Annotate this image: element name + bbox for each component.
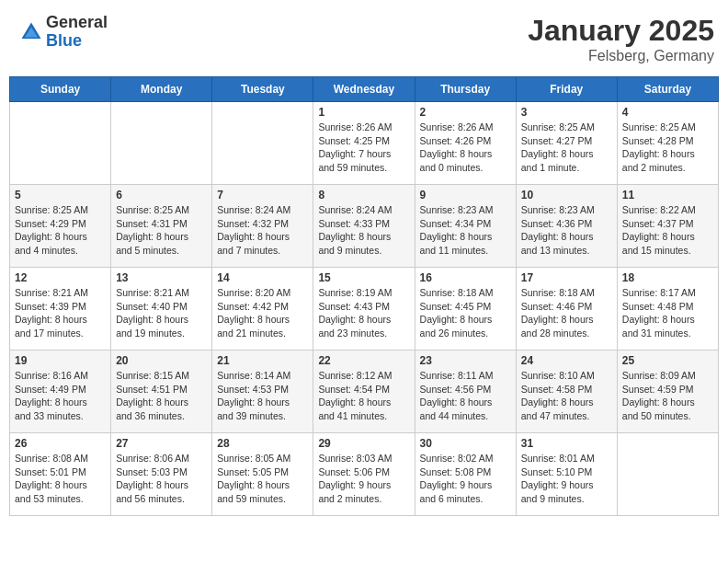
day-info: Sunrise: 8:25 AMSunset: 4:27 PMDaylight:… <box>521 121 612 175</box>
page-header: General Blue January 2025 Felsberg, Germ… <box>9 9 719 69</box>
day-info: Sunrise: 8:09 AMSunset: 4:59 PMDaylight:… <box>622 369 713 423</box>
calendar-cell: 6Sunrise: 8:25 AMSunset: 4:31 PMDaylight… <box>111 185 212 268</box>
day-info: Sunrise: 8:21 AMSunset: 4:40 PMDaylight:… <box>116 286 207 340</box>
logo-blue-text: Blue <box>46 32 108 51</box>
day-number: 4 <box>622 106 713 119</box>
day-number: 14 <box>217 271 308 284</box>
calendar-cell: 7Sunrise: 8:24 AMSunset: 4:32 PMDaylight… <box>212 185 313 268</box>
day-info: Sunrise: 8:12 AMSunset: 4:54 PMDaylight:… <box>318 369 409 423</box>
weekday-header: Monday <box>111 77 212 102</box>
logo-icon <box>18 19 44 45</box>
day-number: 26 <box>15 437 106 450</box>
day-info: Sunrise: 8:10 AMSunset: 4:58 PMDaylight:… <box>521 369 612 423</box>
day-info: Sunrise: 8:16 AMSunset: 4:49 PMDaylight:… <box>15 369 106 423</box>
weekday-header: Friday <box>516 77 617 102</box>
day-number: 29 <box>318 437 409 450</box>
calendar-cell <box>617 433 718 516</box>
calendar-week-row: 19Sunrise: 8:16 AMSunset: 4:49 PMDayligh… <box>10 350 719 433</box>
calendar-cell: 31Sunrise: 8:01 AMSunset: 5:10 PMDayligh… <box>516 433 617 516</box>
calendar-cell <box>111 102 212 185</box>
location-title: Felsberg, Germany <box>528 48 714 64</box>
day-number: 30 <box>420 437 511 450</box>
calendar-cell: 2Sunrise: 8:26 AMSunset: 4:26 PMDaylight… <box>415 102 516 185</box>
logo: General Blue <box>18 14 108 51</box>
day-number: 12 <box>15 271 106 284</box>
day-info: Sunrise: 8:23 AMSunset: 4:36 PMDaylight:… <box>521 203 612 258</box>
logo-text: General Blue <box>46 14 108 51</box>
day-number: 10 <box>521 189 612 201</box>
day-info: Sunrise: 8:24 AMSunset: 4:33 PMDaylight:… <box>318 203 409 258</box>
day-info: Sunrise: 8:18 AMSunset: 4:46 PMDaylight:… <box>521 286 612 340</box>
calendar-week-row: 5Sunrise: 8:25 AMSunset: 4:29 PMDaylight… <box>10 185 719 268</box>
calendar-cell: 4Sunrise: 8:25 AMSunset: 4:28 PMDaylight… <box>617 102 718 185</box>
calendar-cell: 1Sunrise: 8:26 AMSunset: 4:25 PMDaylight… <box>313 102 415 185</box>
day-number: 5 <box>15 189 106 201</box>
logo-general-text: General <box>46 14 108 32</box>
day-info: Sunrise: 8:25 AMSunset: 4:29 PMDaylight:… <box>15 203 106 258</box>
calendar-cell <box>212 102 313 185</box>
day-info: Sunrise: 8:26 AMSunset: 4:25 PMDaylight:… <box>318 121 409 175</box>
calendar-cell: 19Sunrise: 8:16 AMSunset: 4:49 PMDayligh… <box>10 350 111 433</box>
day-info: Sunrise: 8:05 AMSunset: 5:05 PMDaylight:… <box>217 452 308 506</box>
day-number: 25 <box>622 354 713 367</box>
calendar-cell: 24Sunrise: 8:10 AMSunset: 4:58 PMDayligh… <box>516 350 617 433</box>
day-number: 28 <box>217 437 308 450</box>
day-info: Sunrise: 8:24 AMSunset: 4:32 PMDaylight:… <box>217 203 308 258</box>
day-number: 9 <box>420 189 511 201</box>
calendar-table: SundayMondayTuesdayWednesdayThursdayFrid… <box>9 76 719 516</box>
weekday-header: Thursday <box>415 77 516 102</box>
calendar-cell: 16Sunrise: 8:18 AMSunset: 4:45 PMDayligh… <box>415 268 516 350</box>
calendar-cell: 12Sunrise: 8:21 AMSunset: 4:39 PMDayligh… <box>10 268 111 350</box>
day-info: Sunrise: 8:14 AMSunset: 4:53 PMDaylight:… <box>217 369 308 423</box>
calendar-week-row: 26Sunrise: 8:08 AMSunset: 5:01 PMDayligh… <box>10 433 719 516</box>
day-info: Sunrise: 8:19 AMSunset: 4:43 PMDaylight:… <box>318 286 409 340</box>
weekday-header: Saturday <box>617 77 718 102</box>
day-info: Sunrise: 8:08 AMSunset: 5:01 PMDaylight:… <box>15 452 106 506</box>
day-number: 15 <box>318 271 409 284</box>
calendar-week-row: 12Sunrise: 8:21 AMSunset: 4:39 PMDayligh… <box>10 268 719 350</box>
day-info: Sunrise: 8:11 AMSunset: 4:56 PMDaylight:… <box>420 369 511 423</box>
calendar-cell: 5Sunrise: 8:25 AMSunset: 4:29 PMDaylight… <box>10 185 111 268</box>
day-number: 31 <box>521 437 612 450</box>
day-number: 19 <box>15 354 106 367</box>
day-info: Sunrise: 8:03 AMSunset: 5:06 PMDaylight:… <box>318 452 409 506</box>
day-number: 27 <box>116 437 207 450</box>
day-number: 13 <box>116 271 207 284</box>
calendar-cell: 17Sunrise: 8:18 AMSunset: 4:46 PMDayligh… <box>516 268 617 350</box>
day-info: Sunrise: 8:02 AMSunset: 5:08 PMDaylight:… <box>420 452 511 506</box>
calendar-cell: 20Sunrise: 8:15 AMSunset: 4:51 PMDayligh… <box>111 350 212 433</box>
month-title: January 2025 <box>528 14 714 48</box>
calendar-cell: 27Sunrise: 8:06 AMSunset: 5:03 PMDayligh… <box>111 433 212 516</box>
day-info: Sunrise: 8:06 AMSunset: 5:03 PMDaylight:… <box>116 452 207 506</box>
day-number: 17 <box>521 271 612 284</box>
calendar-cell: 11Sunrise: 8:22 AMSunset: 4:37 PMDayligh… <box>617 185 718 268</box>
calendar-cell: 10Sunrise: 8:23 AMSunset: 4:36 PMDayligh… <box>516 185 617 268</box>
day-info: Sunrise: 8:20 AMSunset: 4:42 PMDaylight:… <box>217 286 308 340</box>
day-info: Sunrise: 8:22 AMSunset: 4:37 PMDaylight:… <box>622 203 713 258</box>
weekday-header: Wednesday <box>313 77 415 102</box>
day-info: Sunrise: 8:17 AMSunset: 4:48 PMDaylight:… <box>622 286 713 340</box>
calendar-cell: 13Sunrise: 8:21 AMSunset: 4:40 PMDayligh… <box>111 268 212 350</box>
calendar-cell: 3Sunrise: 8:25 AMSunset: 4:27 PMDaylight… <box>516 102 617 185</box>
day-info: Sunrise: 8:01 AMSunset: 5:10 PMDaylight:… <box>521 452 612 506</box>
day-number: 8 <box>318 189 409 201</box>
day-number: 6 <box>116 189 207 201</box>
day-info: Sunrise: 8:23 AMSunset: 4:34 PMDaylight:… <box>420 203 511 258</box>
day-number: 2 <box>420 106 511 119</box>
weekday-header: Sunday <box>10 77 111 102</box>
weekday-header: Tuesday <box>212 77 313 102</box>
calendar-cell: 29Sunrise: 8:03 AMSunset: 5:06 PMDayligh… <box>313 433 415 516</box>
calendar-cell: 15Sunrise: 8:19 AMSunset: 4:43 PMDayligh… <box>313 268 415 350</box>
calendar-cell: 9Sunrise: 8:23 AMSunset: 4:34 PMDaylight… <box>415 185 516 268</box>
title-block: January 2025 Felsberg, Germany <box>528 14 714 64</box>
calendar-cell: 14Sunrise: 8:20 AMSunset: 4:42 PMDayligh… <box>212 268 313 350</box>
day-info: Sunrise: 8:25 AMSunset: 4:28 PMDaylight:… <box>622 121 713 175</box>
day-number: 24 <box>521 354 612 367</box>
day-info: Sunrise: 8:26 AMSunset: 4:26 PMDaylight:… <box>420 121 511 175</box>
day-number: 18 <box>622 271 713 284</box>
day-number: 7 <box>217 189 308 201</box>
day-number: 23 <box>420 354 511 367</box>
calendar-cell: 18Sunrise: 8:17 AMSunset: 4:48 PMDayligh… <box>617 268 718 350</box>
day-number: 22 <box>318 354 409 367</box>
day-info: Sunrise: 8:18 AMSunset: 4:45 PMDaylight:… <box>420 286 511 340</box>
